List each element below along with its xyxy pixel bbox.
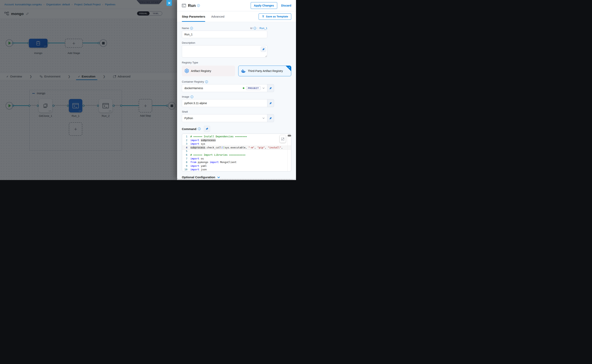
registry-option-artifact[interactable]: Artifact Registry — [182, 66, 235, 76]
save-as-template-button[interactable]: Save as Template — [259, 13, 291, 20]
code-line[interactable]: 10import json — [182, 168, 291, 171]
chevron-down-icon — [217, 176, 220, 178]
pin-button[interactable] — [204, 126, 210, 132]
code-line[interactable]: 3import sys — [182, 142, 291, 146]
description-input[interactable] — [182, 45, 267, 58]
line-number: 9 — [182, 164, 190, 168]
code-text: # ====== Import Libraries =========== — [190, 153, 291, 157]
code-text: import yaml — [190, 164, 291, 168]
code-text — [190, 150, 291, 153]
image-value: python:3.11-alpine — [184, 102, 265, 105]
drawer-title: Run — [188, 3, 196, 8]
image-label: Imagei — [182, 95, 291, 98]
connectivity-status-dot — [243, 87, 244, 89]
container-registry-label: Container Registryi — [182, 80, 291, 83]
line-number: 5 — [182, 150, 190, 153]
editor-gutter-line — [288, 134, 288, 171]
dim-overlay — [0, 0, 177, 180]
code-text: import sys — [190, 142, 291, 146]
optional-configuration-toggle[interactable]: Optional Configuration — [182, 176, 291, 179]
info-icon[interactable]: i — [205, 80, 208, 83]
description-label: Description — [182, 41, 291, 44]
step-parameters-panel: Namei Id i : Run_1 Description Registry … — [177, 22, 296, 179]
line-number: 8 — [182, 161, 190, 164]
name-label: Namei — [182, 27, 193, 30]
pin-icon — [269, 87, 272, 90]
pin-button[interactable] — [267, 84, 274, 92]
code-text: import json — [190, 168, 291, 171]
pin-button[interactable] — [267, 99, 274, 107]
tab-step-parameters[interactable]: Step Parameters — [182, 11, 205, 22]
line-number: 10 — [182, 168, 190, 171]
close-drawer-button[interactable] — [166, 0, 172, 6]
info-icon[interactable]: i — [190, 95, 193, 98]
editor-overview-marker — [288, 135, 291, 136]
code-line[interactable]: 9import yaml — [182, 164, 291, 168]
expand-editor-button[interactable] — [280, 135, 286, 143]
name-input[interactable] — [182, 31, 267, 38]
line-number: 4 — [182, 146, 190, 150]
chevron-down-icon[interactable] — [262, 87, 265, 89]
shell-label: Shell — [182, 110, 291, 113]
step-id-value[interactable]: Run_1 — [259, 27, 267, 30]
code-line[interactable]: 8from pymongo import MongoClient — [182, 161, 291, 164]
pin-icon — [205, 127, 209, 130]
check-icon: ✓ — [289, 66, 290, 69]
line-number: 2 — [182, 138, 190, 142]
resize-handle[interactable] — [265, 55, 267, 57]
step-id: Id i : Run_1 — [250, 27, 267, 30]
code-text: import os — [190, 157, 291, 161]
pin-icon — [269, 102, 272, 105]
info-icon[interactable]: i — [197, 4, 200, 7]
registry-option-third-party[interactable]: Third-Party Artifact Registry ✓ — [238, 66, 291, 76]
code-text: from pymongo import MongoClient — [190, 161, 291, 164]
drawer-tab-bar: Step Parameters Advanced Save as Templat… — [177, 11, 296, 22]
scope-badge: PROJECT — [246, 86, 261, 90]
line-number: 1 — [182, 135, 190, 138]
line-number: 6 — [182, 153, 190, 157]
tab-advanced[interactable]: Advanced — [211, 11, 224, 22]
code-line[interactable]: 5 — [182, 150, 291, 153]
code-line[interactable]: 2import subprocess — [182, 138, 291, 142]
docker-icon — [241, 69, 246, 73]
discard-button[interactable]: Discard — [281, 4, 291, 7]
step-config-drawer: Run i Apply Changes Discard Step Paramet… — [177, 0, 296, 179]
info-icon[interactable]: i — [254, 27, 256, 30]
drawer-header: Run i Apply Changes Discard — [177, 0, 296, 11]
apply-changes-button[interactable]: Apply Changes — [251, 2, 277, 9]
command-label: Command — [182, 127, 196, 131]
info-icon[interactable]: i — [198, 127, 201, 130]
code-text: import subprocess — [190, 138, 291, 142]
upload-icon — [262, 15, 264, 18]
shell-value: Python — [184, 117, 261, 120]
info-icon[interactable]: i — [190, 27, 193, 30]
code-line[interactable]: 6# ====== Import Libraries =========== — [182, 153, 291, 157]
pin-icon — [262, 48, 265, 51]
shell-select[interactable]: Python — [182, 114, 267, 122]
line-number: 3 — [182, 142, 190, 146]
registry-type-label: Registry Type — [182, 61, 291, 64]
code-lines: 1# ====== Install Dependencies ========2… — [182, 135, 291, 171]
optional-configuration-label: Optional Configuration — [182, 176, 215, 179]
code-line[interactable]: 7import os — [182, 157, 291, 161]
code-line[interactable]: 1# ====== Install Dependencies ======== — [182, 135, 291, 138]
pin-icon — [269, 117, 272, 120]
pin-button[interactable] — [267, 114, 274, 122]
command-code-editor[interactable]: 1# ====== Install Dependencies ========2… — [182, 134, 291, 171]
code-text: # ====== Install Dependencies ======== — [190, 135, 291, 138]
terminal-icon — [182, 4, 186, 7]
code-text: subprocess.check_call([sys.executable, "… — [190, 146, 291, 150]
fullscreen-icon — [281, 137, 284, 141]
code-line[interactable]: 4subprocess.check_call([sys.executable, … — [182, 146, 291, 150]
chevron-down-icon[interactable] — [262, 117, 265, 119]
close-icon — [168, 2, 171, 4]
container-registry-value: dockerHarness — [184, 87, 241, 90]
line-number: 7 — [182, 157, 190, 161]
image-input[interactable]: python:3.11-alpine — [182, 99, 267, 107]
container-registry-select[interactable]: dockerHarness PROJECT — [182, 84, 267, 92]
pin-button[interactable] — [261, 46, 266, 52]
artifact-registry-icon — [185, 69, 189, 73]
